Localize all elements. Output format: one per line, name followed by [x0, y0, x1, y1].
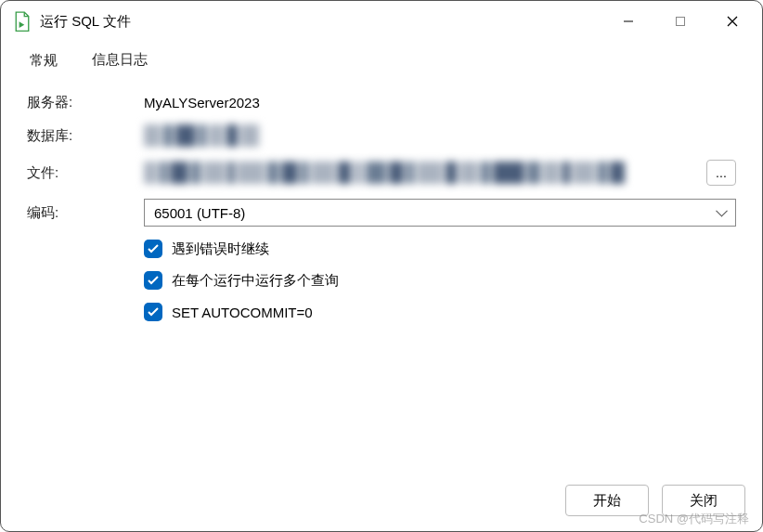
file-browse-button[interactable]: ... [706, 160, 736, 186]
start-button-label: 开始 [593, 492, 621, 510]
tab-bar: 常规 信息日志 [1, 42, 762, 81]
tab-log[interactable]: 信息日志 [75, 42, 164, 80]
minimize-button[interactable] [602, 3, 654, 40]
database-row: 数据库: [27, 124, 736, 147]
checkbox-multiquery-row: 在每个运行中运行多个查询 [27, 271, 736, 290]
window-title: 运行 SQL 文件 [40, 13, 131, 31]
footer: 开始 关闭 [1, 475, 762, 531]
encoding-row: 编码: 65001 (UTF-8) [27, 199, 736, 227]
close-dialog-button[interactable]: 关闭 [662, 485, 745, 516]
app-icon [14, 12, 31, 31]
tab-log-label: 信息日志 [92, 51, 148, 67]
file-row: 文件: ... [27, 160, 736, 186]
content-area: 服务器: MyALYServer2023 数据库: 文件: ... 编码: [1, 81, 762, 475]
checkbox-multiquery-label: 在每个运行中运行多个查询 [172, 272, 339, 290]
checkbox-continue-label: 遇到错误时继续 [172, 240, 269, 258]
encoding-select[interactable]: 65001 (UTF-8) [144, 199, 736, 227]
file-browse-label: ... [716, 165, 727, 180]
encoding-label: 编码: [27, 204, 144, 222]
checkbox-autocommit[interactable] [144, 303, 162, 321]
database-label: 数据库: [27, 127, 144, 145]
svg-rect-1 [677, 18, 685, 26]
titlebar: 运行 SQL 文件 [1, 1, 762, 42]
checkbox-autocommit-label: SET AUTOCOMMIT=0 [172, 305, 313, 320]
server-value: MyALYServer2023 [144, 95, 260, 110]
close-button[interactable] [706, 3, 758, 40]
start-button[interactable]: 开始 [565, 485, 649, 516]
close-dialog-label: 关闭 [690, 492, 718, 510]
encoding-value: 65001 (UTF-8) [154, 205, 245, 221]
maximize-button[interactable] [654, 3, 706, 40]
dialog-window: 运行 SQL 文件 常规 信息日志 服务器: MyALYServer2023 数… [0, 0, 763, 532]
tab-general[interactable]: 常规 [12, 42, 75, 80]
checkbox-continue-row: 遇到错误时继续 [27, 240, 736, 258]
server-row: 服务器: MyALYServer2023 [27, 94, 736, 111]
file-label: 文件: [27, 164, 144, 182]
checkbox-multi-query[interactable] [144, 271, 162, 290]
database-value-redacted [144, 124, 265, 147]
checkbox-continue-on-error[interactable] [144, 240, 162, 258]
tab-general-label: 常规 [30, 52, 58, 68]
checkbox-autocommit-row: SET AUTOCOMMIT=0 [27, 303, 736, 321]
server-label: 服务器: [27, 94, 144, 111]
file-value-redacted [144, 162, 701, 184]
